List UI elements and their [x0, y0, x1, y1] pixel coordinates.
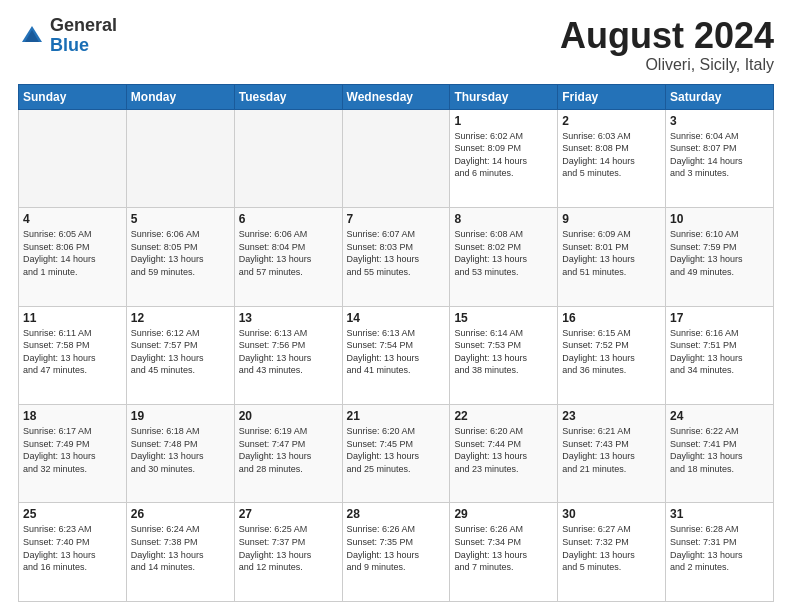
table-row: 16Sunrise: 6:15 AM Sunset: 7:52 PM Dayli…: [558, 306, 666, 404]
table-row: [234, 109, 342, 207]
day-info: Sunrise: 6:06 AM Sunset: 8:05 PM Dayligh…: [131, 228, 230, 278]
day-number: 9: [562, 212, 661, 226]
day-number: 1: [454, 114, 553, 128]
day-number: 6: [239, 212, 338, 226]
day-number: 12: [131, 311, 230, 325]
week-row-4: 25Sunrise: 6:23 AM Sunset: 7:40 PM Dayli…: [19, 503, 774, 602]
day-number: 23: [562, 409, 661, 423]
day-number: 7: [347, 212, 446, 226]
day-number: 8: [454, 212, 553, 226]
page: General Blue August 2024 Oliveri, Sicily…: [0, 0, 792, 612]
location-subtitle: Oliveri, Sicily, Italy: [560, 56, 774, 74]
calendar-table: Sunday Monday Tuesday Wednesday Thursday…: [18, 84, 774, 602]
table-row: 6Sunrise: 6:06 AM Sunset: 8:04 PM Daylig…: [234, 208, 342, 306]
day-number: 11: [23, 311, 122, 325]
table-row: 17Sunrise: 6:16 AM Sunset: 7:51 PM Dayli…: [666, 306, 774, 404]
day-info: Sunrise: 6:03 AM Sunset: 8:08 PM Dayligh…: [562, 130, 661, 180]
table-row: 11Sunrise: 6:11 AM Sunset: 7:58 PM Dayli…: [19, 306, 127, 404]
day-number: 26: [131, 507, 230, 521]
col-sunday: Sunday: [19, 84, 127, 109]
day-info: Sunrise: 6:13 AM Sunset: 7:56 PM Dayligh…: [239, 327, 338, 377]
col-friday: Friday: [558, 84, 666, 109]
day-info: Sunrise: 6:18 AM Sunset: 7:48 PM Dayligh…: [131, 425, 230, 475]
day-number: 14: [347, 311, 446, 325]
col-thursday: Thursday: [450, 84, 558, 109]
table-row: 12Sunrise: 6:12 AM Sunset: 7:57 PM Dayli…: [126, 306, 234, 404]
day-info: Sunrise: 6:05 AM Sunset: 8:06 PM Dayligh…: [23, 228, 122, 278]
day-number: 28: [347, 507, 446, 521]
calendar-header-row: Sunday Monday Tuesday Wednesday Thursday…: [19, 84, 774, 109]
day-info: Sunrise: 6:22 AM Sunset: 7:41 PM Dayligh…: [670, 425, 769, 475]
day-number: 22: [454, 409, 553, 423]
day-number: 29: [454, 507, 553, 521]
table-row: 2Sunrise: 6:03 AM Sunset: 8:08 PM Daylig…: [558, 109, 666, 207]
col-monday: Monday: [126, 84, 234, 109]
day-info: Sunrise: 6:02 AM Sunset: 8:09 PM Dayligh…: [454, 130, 553, 180]
table-row: [342, 109, 450, 207]
day-number: 19: [131, 409, 230, 423]
col-saturday: Saturday: [666, 84, 774, 109]
day-info: Sunrise: 6:11 AM Sunset: 7:58 PM Dayligh…: [23, 327, 122, 377]
table-row: 22Sunrise: 6:20 AM Sunset: 7:44 PM Dayli…: [450, 405, 558, 503]
day-info: Sunrise: 6:17 AM Sunset: 7:49 PM Dayligh…: [23, 425, 122, 475]
table-row: 20Sunrise: 6:19 AM Sunset: 7:47 PM Dayli…: [234, 405, 342, 503]
day-number: 20: [239, 409, 338, 423]
month-title: August 2024: [560, 16, 774, 56]
logo-text: General Blue: [50, 16, 117, 56]
table-row: 23Sunrise: 6:21 AM Sunset: 7:43 PM Dayli…: [558, 405, 666, 503]
day-info: Sunrise: 6:26 AM Sunset: 7:34 PM Dayligh…: [454, 523, 553, 573]
table-row: 15Sunrise: 6:14 AM Sunset: 7:53 PM Dayli…: [450, 306, 558, 404]
day-number: 13: [239, 311, 338, 325]
day-info: Sunrise: 6:08 AM Sunset: 8:02 PM Dayligh…: [454, 228, 553, 278]
table-row: 31Sunrise: 6:28 AM Sunset: 7:31 PM Dayli…: [666, 503, 774, 602]
day-info: Sunrise: 6:07 AM Sunset: 8:03 PM Dayligh…: [347, 228, 446, 278]
day-info: Sunrise: 6:12 AM Sunset: 7:57 PM Dayligh…: [131, 327, 230, 377]
table-row: 27Sunrise: 6:25 AM Sunset: 7:37 PM Dayli…: [234, 503, 342, 602]
week-row-0: 1Sunrise: 6:02 AM Sunset: 8:09 PM Daylig…: [19, 109, 774, 207]
table-row: 28Sunrise: 6:26 AM Sunset: 7:35 PM Dayli…: [342, 503, 450, 602]
day-number: 31: [670, 507, 769, 521]
col-wednesday: Wednesday: [342, 84, 450, 109]
day-info: Sunrise: 6:24 AM Sunset: 7:38 PM Dayligh…: [131, 523, 230, 573]
table-row: [19, 109, 127, 207]
day-info: Sunrise: 6:19 AM Sunset: 7:47 PM Dayligh…: [239, 425, 338, 475]
table-row: 10Sunrise: 6:10 AM Sunset: 7:59 PM Dayli…: [666, 208, 774, 306]
day-number: 21: [347, 409, 446, 423]
day-number: 25: [23, 507, 122, 521]
logo-blue-text: Blue: [50, 36, 117, 56]
day-number: 24: [670, 409, 769, 423]
day-number: 15: [454, 311, 553, 325]
day-info: Sunrise: 6:21 AM Sunset: 7:43 PM Dayligh…: [562, 425, 661, 475]
day-info: Sunrise: 6:20 AM Sunset: 7:44 PM Dayligh…: [454, 425, 553, 475]
week-row-1: 4Sunrise: 6:05 AM Sunset: 8:06 PM Daylig…: [19, 208, 774, 306]
header: General Blue August 2024 Oliveri, Sicily…: [18, 16, 774, 74]
day-info: Sunrise: 6:09 AM Sunset: 8:01 PM Dayligh…: [562, 228, 661, 278]
day-info: Sunrise: 6:23 AM Sunset: 7:40 PM Dayligh…: [23, 523, 122, 573]
table-row: 4Sunrise: 6:05 AM Sunset: 8:06 PM Daylig…: [19, 208, 127, 306]
day-number: 3: [670, 114, 769, 128]
day-info: Sunrise: 6:20 AM Sunset: 7:45 PM Dayligh…: [347, 425, 446, 475]
day-number: 2: [562, 114, 661, 128]
table-row: 5Sunrise: 6:06 AM Sunset: 8:05 PM Daylig…: [126, 208, 234, 306]
week-row-3: 18Sunrise: 6:17 AM Sunset: 7:49 PM Dayli…: [19, 405, 774, 503]
table-row: 19Sunrise: 6:18 AM Sunset: 7:48 PM Dayli…: [126, 405, 234, 503]
logo-icon: [18, 22, 46, 50]
day-number: 17: [670, 311, 769, 325]
day-number: 27: [239, 507, 338, 521]
table-row: [126, 109, 234, 207]
day-info: Sunrise: 6:06 AM Sunset: 8:04 PM Dayligh…: [239, 228, 338, 278]
table-row: 21Sunrise: 6:20 AM Sunset: 7:45 PM Dayli…: [342, 405, 450, 503]
table-row: 14Sunrise: 6:13 AM Sunset: 7:54 PM Dayli…: [342, 306, 450, 404]
day-info: Sunrise: 6:10 AM Sunset: 7:59 PM Dayligh…: [670, 228, 769, 278]
table-row: 24Sunrise: 6:22 AM Sunset: 7:41 PM Dayli…: [666, 405, 774, 503]
table-row: 7Sunrise: 6:07 AM Sunset: 8:03 PM Daylig…: [342, 208, 450, 306]
day-info: Sunrise: 6:28 AM Sunset: 7:31 PM Dayligh…: [670, 523, 769, 573]
table-row: 29Sunrise: 6:26 AM Sunset: 7:34 PM Dayli…: [450, 503, 558, 602]
day-info: Sunrise: 6:16 AM Sunset: 7:51 PM Dayligh…: [670, 327, 769, 377]
table-row: 25Sunrise: 6:23 AM Sunset: 7:40 PM Dayli…: [19, 503, 127, 602]
day-number: 16: [562, 311, 661, 325]
day-info: Sunrise: 6:04 AM Sunset: 8:07 PM Dayligh…: [670, 130, 769, 180]
day-info: Sunrise: 6:26 AM Sunset: 7:35 PM Dayligh…: [347, 523, 446, 573]
day-number: 10: [670, 212, 769, 226]
title-area: August 2024 Oliveri, Sicily, Italy: [560, 16, 774, 74]
